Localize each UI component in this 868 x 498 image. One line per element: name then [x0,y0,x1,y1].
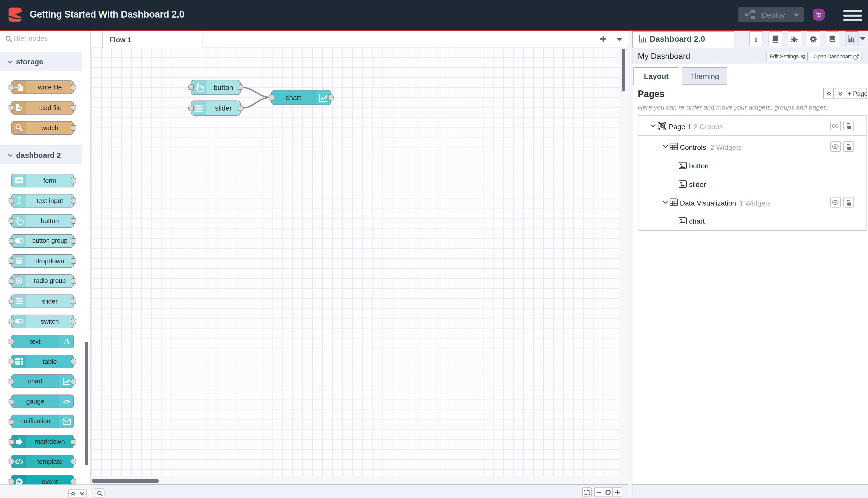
svg-text:A: A [64,337,70,346]
svg-text:i: i [755,36,757,43]
